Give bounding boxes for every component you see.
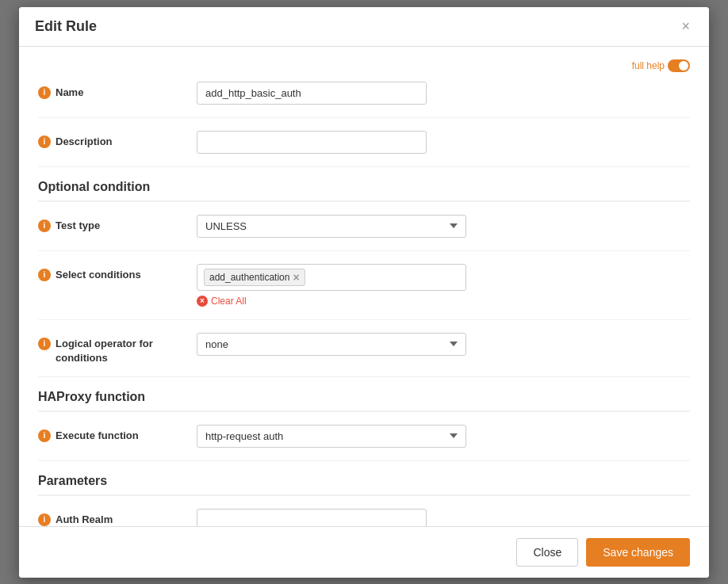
logical-operator-label-line1: i Logical operator for xyxy=(38,338,153,350)
name-row: i Name xyxy=(38,82,690,118)
auth-realm-label: i Auth Realm xyxy=(38,509,197,526)
test-type-control: UNLESS IF xyxy=(197,215,690,238)
auth-realm-control xyxy=(197,509,690,526)
edit-rule-modal: Edit Rule × full help i Name xyxy=(19,7,709,578)
modal-footer: Close Save changes xyxy=(19,526,709,578)
condition-tag: add_authentication × xyxy=(204,269,305,286)
haproxy-function-heading: HAProxy function xyxy=(38,390,690,412)
auth-realm-input[interactable] xyxy=(197,509,427,526)
full-help-row: full help xyxy=(38,59,690,72)
name-control xyxy=(197,82,690,105)
name-input[interactable] xyxy=(197,82,427,105)
test-type-info-icon: i xyxy=(38,219,51,232)
auth-realm-info-icon: i xyxy=(38,513,51,526)
optional-condition-heading: Optional condition xyxy=(38,180,690,202)
select-conditions-info-icon: i xyxy=(38,269,51,281)
description-info-icon: i xyxy=(38,136,51,148)
full-help-link[interactable]: full help xyxy=(632,59,690,72)
logical-operator-info-icon: i xyxy=(38,338,51,350)
full-help-label: full help xyxy=(632,60,665,71)
execute-function-info-icon: i xyxy=(38,429,51,442)
modal-body: full help i Name i Description xyxy=(19,47,709,526)
select-conditions-control: add_authentication × × Clear All xyxy=(197,264,690,307)
description-label: i Description xyxy=(38,131,197,148)
auth-realm-row: i Auth Realm xyxy=(38,509,690,526)
save-changes-button[interactable]: Save changes xyxy=(586,538,690,567)
select-conditions-label: i Select conditions xyxy=(38,264,197,281)
close-button[interactable]: Close xyxy=(516,538,578,567)
logical-operator-control: none and or xyxy=(197,333,690,356)
parameters-heading: Parameters xyxy=(38,474,690,496)
logical-operator-label: i Logical operator for conditions xyxy=(38,333,197,364)
execute-function-control: http-request auth http-request deny http… xyxy=(197,425,690,448)
name-info-icon: i xyxy=(38,86,51,99)
test-type-select[interactable]: UNLESS IF xyxy=(197,215,466,238)
clear-all-icon: × xyxy=(197,296,208,307)
modal-title: Edit Rule xyxy=(35,18,97,35)
logical-operator-select[interactable]: none and or xyxy=(197,333,466,356)
condition-tag-remove[interactable]: × xyxy=(293,272,299,283)
full-help-toggle-icon[interactable] xyxy=(668,59,690,72)
test-type-label: i Test type xyxy=(38,215,197,232)
modal-close-button[interactable]: × xyxy=(678,19,693,33)
description-input[interactable] xyxy=(197,131,427,154)
name-label: i Name xyxy=(38,82,197,99)
test-type-row: i Test type UNLESS IF xyxy=(38,215,690,251)
modal-header: Edit Rule × xyxy=(19,7,709,47)
logical-operator-label-line2: conditions xyxy=(38,352,108,364)
execute-function-row: i Execute function http-request auth htt… xyxy=(38,425,690,461)
execute-function-select[interactable]: http-request auth http-request deny http… xyxy=(197,425,466,448)
clear-all-button[interactable]: × Clear All xyxy=(197,296,690,307)
conditions-tag-container[interactable]: add_authentication × xyxy=(197,264,466,291)
clear-all-label: Clear All xyxy=(211,296,247,307)
select-conditions-row: i Select conditions add_authentication ×… xyxy=(38,264,690,320)
description-control xyxy=(197,131,690,154)
condition-tag-label: add_authentication xyxy=(209,272,289,283)
execute-function-label: i Execute function xyxy=(38,425,197,442)
description-row: i Description xyxy=(38,131,690,167)
logical-operator-row: i Logical operator for conditions none a… xyxy=(38,333,690,377)
